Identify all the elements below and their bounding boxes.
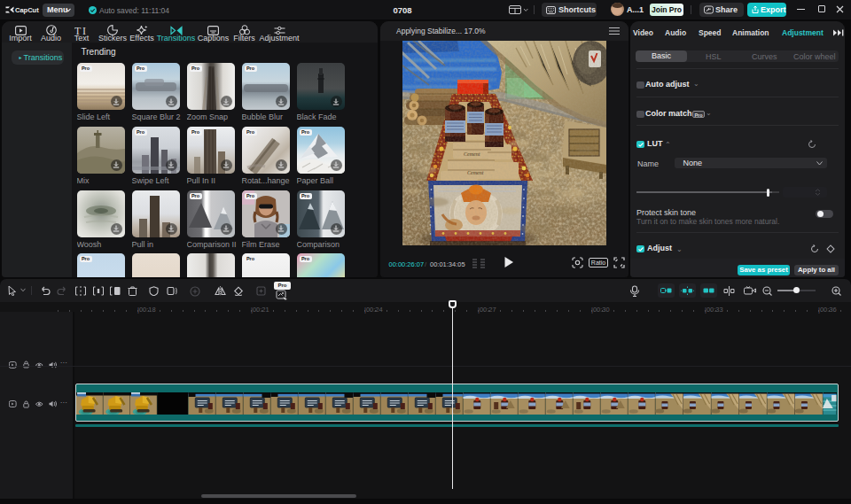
svg-text:CapCut: CapCut [15, 6, 39, 14]
